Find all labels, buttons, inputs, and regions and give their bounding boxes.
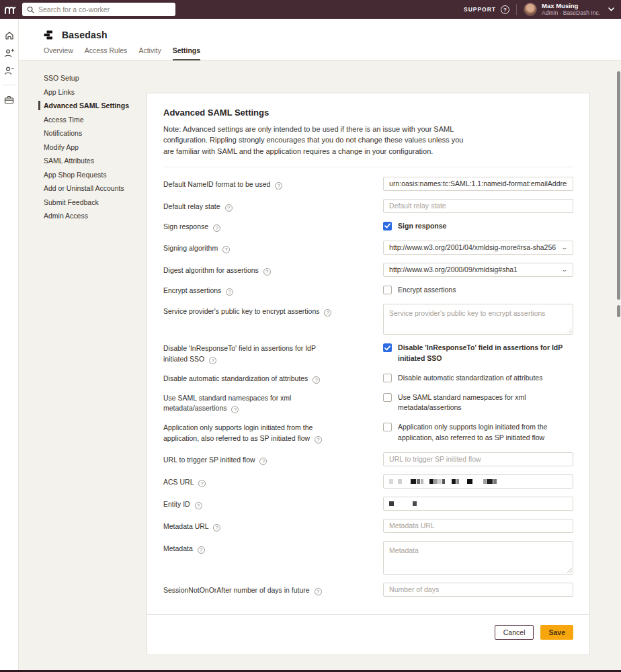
redacted-block (483, 479, 486, 484)
default-nameid-format-to-be-used-input[interactable] (389, 179, 567, 187)
text-input[interactable] (383, 199, 573, 213)
metadata-textarea[interactable] (383, 541, 573, 575)
signing-algorithm-select[interactable]: http://www.w3.org/2001/04/xmldsig-more#r… (383, 241, 573, 255)
service-provider-s-public-key-to-encrypt-textarea-wrap (383, 304, 573, 335)
form-row-encrypt-assertions: Encrypt assertions ?Encrypt assertions (163, 285, 573, 296)
scrollbar-thumb[interactable] (617, 71, 620, 300)
text-input[interactable] (383, 519, 573, 533)
field-control: Application only supports login initiate… (383, 422, 573, 444)
briefcase-icon[interactable] (0, 91, 19, 108)
search-bar[interactable] (22, 3, 175, 16)
checkbox-label: Disable automatic standardization of att… (398, 373, 542, 384)
tab-overview[interactable]: Overview (44, 46, 73, 60)
tab-access-rules[interactable]: Access Rules (85, 46, 128, 60)
redacted-block (421, 479, 423, 484)
sidenav-item-submit-feedback[interactable]: Submit Feedback (44, 196, 144, 210)
help-icon[interactable]: ? (198, 480, 206, 487)
disable-inresponseto-field-in-assertions-checkbox[interactable]: Disable 'InResponseTo' field in assertio… (383, 343, 573, 364)
avatar[interactable] (524, 3, 537, 16)
sidenav-item-admin-access[interactable]: Admin Access (44, 209, 144, 223)
service-provider-s-public-key-to-encrypt-textarea[interactable] (383, 304, 573, 335)
search-input[interactable] (38, 5, 171, 13)
help-icon[interactable]: ? (259, 458, 267, 465)
help-icon[interactable]: ? (315, 436, 322, 444)
active-indicator (38, 101, 40, 110)
search-icon (27, 6, 34, 13)
sidenav-item-app-shop-requests[interactable]: App Shop Requests (44, 168, 144, 182)
scrollbar-thumb[interactable] (617, 305, 620, 317)
form-footer: Cancel Save (163, 615, 573, 644)
url-to-trigger-sp-initited-flow-input[interactable] (389, 455, 567, 463)
sidenav-item-modify-app[interactable]: Modify App (44, 140, 144, 155)
application-only-supports-login-initiate-checkbox[interactable]: Application only supports login initiate… (383, 422, 573, 444)
checkbox-label: Encrypt assertions (398, 285, 456, 296)
disable-automatic-standardization-of-att-checkbox[interactable]: Disable automatic standardization of att… (383, 373, 573, 384)
field-label: Default NameID format to be used ? (163, 177, 383, 191)
sessionnotonorafter-number-of-days-in-fu-input[interactable] (389, 585, 567, 593)
rippling-logo-icon[interactable] (0, 0, 20, 19)
field-label: Default relay state ? (163, 199, 383, 213)
sidenav-item-app-links[interactable]: App Links (44, 85, 144, 99)
metadata-url-input[interactable] (389, 521, 567, 530)
help-icon[interactable]: ? (225, 204, 233, 212)
help-icon[interactable]: ? (213, 224, 220, 232)
home-icon[interactable] (0, 27, 19, 44)
default-relay-state-input[interactable] (389, 202, 567, 210)
tab-bar: OverviewAccess RulesActivitySettings (44, 46, 200, 60)
sidenav-item-saml-attributes[interactable]: SAML Attributes (44, 154, 144, 168)
form-row-sign-response: Sign response ?Sign response (163, 221, 573, 233)
checkbox-box[interactable] (383, 393, 392, 402)
help-icon[interactable]: ? (315, 588, 322, 595)
help-icon[interactable]: ? (226, 288, 233, 296)
cancel-button[interactable]: Cancel (495, 625, 534, 640)
person-add-icon[interactable] (0, 44, 19, 62)
checkbox-box[interactable] (383, 343, 392, 352)
entity-id-input[interactable] (383, 497, 573, 511)
text-input[interactable] (383, 177, 573, 191)
chevron-down-icon[interactable] (608, 7, 614, 11)
acs-url-input[interactable] (383, 474, 573, 489)
use-saml-standard-namespaces-for-xml-met-checkbox[interactable]: Use SAML standard namespaces for xml met… (383, 392, 573, 414)
text-input[interactable] (383, 452, 573, 466)
encrypt-assertions-checkbox[interactable]: Encrypt assertions (383, 285, 573, 296)
tab-activity[interactable]: Activity (138, 46, 161, 60)
checkbox-label: Application only supports login initiate… (398, 422, 573, 444)
rail-divider (3, 85, 16, 85)
person-remove-icon[interactable] (0, 62, 19, 79)
help-circle-icon[interactable]: ? (501, 5, 509, 14)
form-row-application-only-supports-login-initiate: Application only supports login initiate… (163, 422, 573, 444)
card-note: Note: Advanced settings are only intende… (163, 124, 468, 157)
checkbox-box[interactable] (383, 286, 392, 294)
redacted-block (467, 479, 472, 484)
sidenav-item-add-or-uninstall-accounts[interactable]: Add or Uninstall Accounts (44, 181, 144, 196)
sidenav-item-access-time[interactable]: Access Time (44, 113, 144, 127)
help-icon[interactable]: ? (313, 376, 320, 384)
sidenav-item-sso-setup[interactable]: SSO Setup (44, 71, 144, 85)
field-control (383, 177, 573, 191)
user-info[interactable]: Max Musing Admin · BaseDash Inc. (542, 3, 600, 17)
support-link[interactable]: SUPPORT (464, 6, 496, 13)
checkbox-box[interactable] (383, 374, 392, 382)
sign-response-checkbox[interactable]: Sign response (383, 221, 573, 232)
help-icon[interactable]: ? (209, 357, 216, 364)
help-icon[interactable]: ? (263, 268, 271, 276)
tab-settings[interactable]: Settings (173, 46, 200, 60)
help-icon[interactable]: ? (324, 309, 331, 317)
help-icon[interactable]: ? (222, 246, 230, 253)
select-value: http://www.w3.org/2000/09/xmldsig#sha1 (389, 265, 518, 274)
form-row-service-provider-s-public-key-to-encrypt: Service provider's public key to encrypt… (163, 304, 573, 335)
form-row-default-relay-state: Default relay state ? (163, 199, 573, 213)
help-icon[interactable]: ? (231, 406, 239, 413)
text-input[interactable] (383, 583, 573, 597)
help-icon[interactable]: ? (198, 546, 205, 554)
help-icon[interactable]: ? (213, 524, 220, 532)
checkbox-box[interactable] (383, 423, 392, 431)
sidenav-item-notifications[interactable]: Notifications (44, 126, 144, 140)
sidenav-item-advanced-saml-settings[interactable]: Advanced SAML Settings (44, 99, 144, 113)
help-icon[interactable]: ? (195, 502, 202, 509)
form-row-metadata: Metadata ? (163, 541, 573, 575)
save-button[interactable]: Save (540, 625, 573, 640)
checkbox-box[interactable] (383, 222, 392, 230)
digest-algorithm-for-assertions-select[interactable]: http://www.w3.org/2000/09/xmldsig#sha1⌄ (383, 263, 573, 277)
help-icon[interactable]: ? (275, 182, 282, 190)
